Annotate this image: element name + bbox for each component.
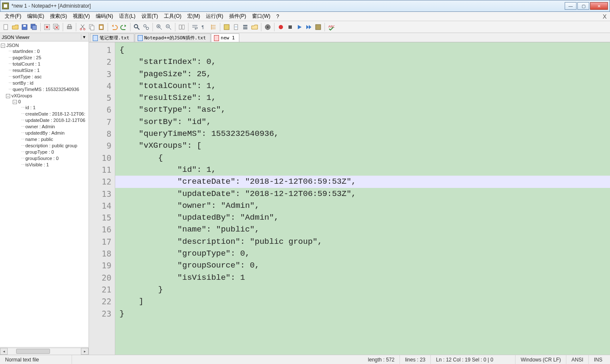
- svg-rect-21: [179, 25, 181, 29]
- menu-language[interactable]: 语言(L): [116, 12, 139, 21]
- svg-rect-15: [100, 26, 103, 29]
- tree-item[interactable]: updatedBy : Admin: [25, 130, 64, 135]
- mdi-close-icon[interactable]: X: [603, 13, 607, 20]
- tree-item[interactable]: queryTimeMS : 1553232540936: [13, 87, 79, 92]
- menu-file[interactable]: 文件(F): [2, 12, 24, 21]
- menu-search[interactable]: 搜索(S): [47, 12, 70, 21]
- print-icon[interactable]: [65, 23, 74, 31]
- toolbar: ¶ ABC: [0, 21, 610, 33]
- scroll-thumb[interactable]: [16, 349, 50, 354]
- macro-save-icon[interactable]: [314, 23, 322, 31]
- doc-map-icon[interactable]: [232, 23, 240, 31]
- sidebar-dropdown-icon[interactable]: ▾: [81, 34, 87, 40]
- macro-play-multi-icon[interactable]: [305, 23, 313, 31]
- folder-view-icon[interactable]: [250, 23, 259, 31]
- copy-icon[interactable]: [88, 23, 96, 31]
- scroll-left-icon[interactable]: ◂: [0, 348, 8, 355]
- status-bar: Normal text file length : 572 lines : 23…: [0, 355, 610, 364]
- collapse-icon[interactable]: −: [6, 94, 10, 98]
- tree-item[interactable]: groupType : 0: [25, 149, 54, 154]
- toolbar-separator: [324, 23, 325, 31]
- maximize-button[interactable]: ▢: [577, 2, 589, 10]
- macro-stop-icon[interactable]: [286, 23, 294, 31]
- tree-item[interactable]: groupSource : 0: [25, 156, 58, 161]
- svg-rect-13: [91, 26, 94, 30]
- spellcheck-icon[interactable]: ABC: [327, 23, 336, 31]
- svg-rect-8: [67, 26, 72, 29]
- tab-json-plugin[interactable]: Notepad++的JSON插件.txt: [135, 33, 211, 42]
- menu-macro[interactable]: 宏(M): [184, 12, 203, 21]
- paste-icon[interactable]: [97, 23, 105, 31]
- tree-item[interactable]: createDate : 2018-12-12T06:: [25, 111, 85, 116]
- toolbar-separator: [188, 23, 189, 31]
- tree-item[interactable]: sortBy : id: [13, 80, 33, 85]
- tree-item[interactable]: isVisible : 1: [25, 162, 49, 167]
- svg-point-28: [267, 26, 269, 28]
- tree-item[interactable]: description : public group: [25, 143, 77, 148]
- minimize-button[interactable]: —: [565, 2, 577, 10]
- menu-view[interactable]: 视图(V): [70, 12, 93, 21]
- zoom-in-icon[interactable]: [155, 23, 164, 31]
- replace-icon[interactable]: [142, 23, 150, 31]
- tab-new1[interactable]: new 1: [211, 33, 239, 42]
- code-editor[interactable]: { "startIndex": 0, "pageSize": 25, "tota…: [115, 42, 610, 355]
- menu-run[interactable]: 运行(R): [203, 12, 226, 21]
- word-wrap-icon[interactable]: [191, 23, 199, 31]
- close-file-icon[interactable]: [43, 23, 51, 31]
- new-file-icon[interactable]: [2, 23, 10, 31]
- macro-record-icon[interactable]: [277, 23, 285, 31]
- close-all-icon[interactable]: [52, 23, 61, 31]
- tree-group[interactable]: vXGroups: [11, 93, 32, 98]
- function-list-icon[interactable]: [241, 23, 250, 31]
- tab-notes[interactable]: 笔记整理.txt: [90, 33, 134, 42]
- undo-icon[interactable]: [110, 23, 119, 31]
- menu-edit[interactable]: 编辑(E): [24, 12, 47, 21]
- macro-play-icon[interactable]: [295, 23, 304, 31]
- menu-encoding[interactable]: 编码(N): [93, 12, 116, 21]
- menu-settings[interactable]: 设置(T): [139, 12, 161, 21]
- cut-icon[interactable]: [78, 23, 87, 31]
- tree-item[interactable]: owner : Admin: [25, 124, 55, 129]
- menu-plugins[interactable]: 插件(P): [226, 12, 249, 21]
- tree-item[interactable]: name : public: [25, 137, 53, 142]
- toolbar-separator: [152, 23, 153, 31]
- sidebar-hscroll[interactable]: ◂ ▸: [0, 347, 89, 355]
- svg-point-29: [279, 25, 283, 29]
- line-number-gutter[interactable]: 1234567891011121314151617181920212223: [89, 42, 115, 355]
- indent-guide-icon[interactable]: [209, 23, 218, 31]
- find-icon[interactable]: [133, 23, 141, 31]
- tree-item[interactable]: pageSize : 25: [13, 55, 41, 60]
- collapse-icon[interactable]: −: [1, 44, 5, 48]
- tree-group-child[interactable]: 0: [18, 99, 21, 104]
- close-button[interactable]: ✕: [590, 2, 608, 10]
- tree-item[interactable]: totalCount : 1: [13, 61, 40, 66]
- collapse-icon[interactable]: −: [13, 100, 17, 104]
- tree-item[interactable]: updateDate : 2018-12-12T06: [25, 118, 85, 123]
- open-file-icon[interactable]: [11, 23, 19, 31]
- menu-help[interactable]: ?: [273, 13, 282, 20]
- tab-label: 笔记整理.txt: [100, 35, 130, 41]
- status-filetype: Normal text file: [0, 355, 72, 364]
- sync-scroll-icon[interactable]: [177, 23, 186, 31]
- tree-item[interactable]: resultSize : 1: [13, 68, 40, 73]
- status-encoding[interactable]: ANSI: [566, 355, 589, 364]
- toolbar-separator: [130, 23, 130, 31]
- tree-item[interactable]: startIndex : 0: [13, 49, 40, 54]
- scroll-right-icon[interactable]: ▸: [81, 348, 89, 355]
- json-tree[interactable]: −JSON ⋯startIndex : 0 ⋯pageSize : 25 ⋯to…: [0, 41, 89, 347]
- menu-window[interactable]: 窗口(W): [249, 12, 273, 21]
- status-eol[interactable]: Windows (CR LF): [516, 355, 566, 364]
- status-insert-mode[interactable]: INS: [589, 355, 610, 364]
- toolbar-separator: [220, 23, 220, 31]
- show-all-chars-icon[interactable]: ¶: [200, 23, 208, 31]
- user-lang-icon[interactable]: [222, 23, 231, 31]
- monitor-icon[interactable]: [263, 23, 272, 31]
- save-icon[interactable]: [20, 23, 29, 31]
- zoom-out-icon[interactable]: [164, 23, 173, 31]
- redo-icon[interactable]: [119, 23, 128, 31]
- toolbar-separator: [274, 23, 274, 31]
- tree-item[interactable]: sortType : asc: [13, 74, 42, 79]
- menu-tools[interactable]: 工具(O): [161, 12, 184, 21]
- save-all-icon[interactable]: [30, 23, 38, 31]
- tree-item[interactable]: id : 1: [25, 105, 36, 110]
